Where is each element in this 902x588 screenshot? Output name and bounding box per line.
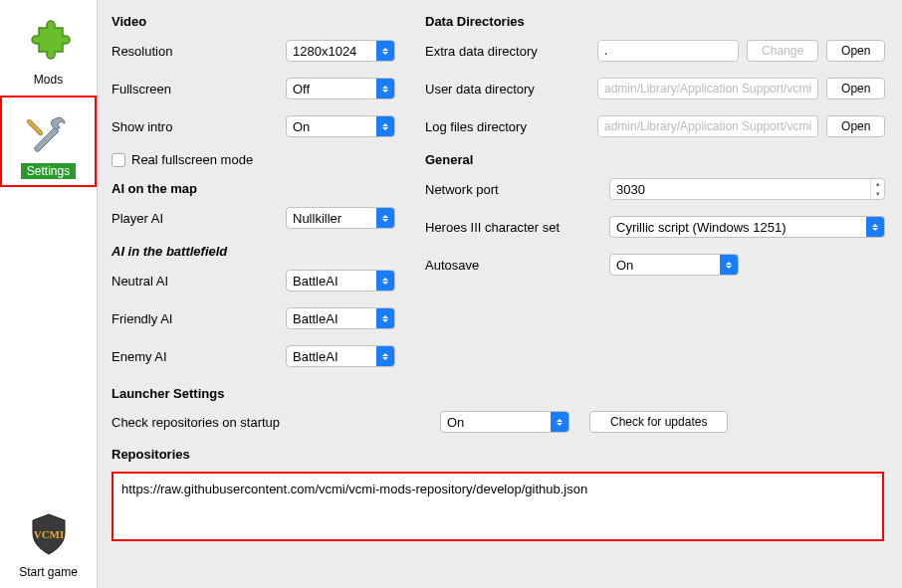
data-dirs-title: Data Directories xyxy=(425,14,885,29)
autosave-select[interactable]: On xyxy=(609,254,739,276)
video-title: Video xyxy=(112,14,395,29)
tools-icon xyxy=(19,105,79,161)
sidebar-item-mods[interactable]: Mods xyxy=(0,4,97,96)
show-intro-select[interactable]: On xyxy=(286,115,395,137)
log-dir-input: admin/Library/Application Support/vcmi xyxy=(597,115,818,137)
resolution-select[interactable]: 1280x1024 xyxy=(286,40,395,62)
chevron-updown-icon xyxy=(376,79,394,98)
open-button-log[interactable]: Open xyxy=(826,115,885,137)
svg-text:VCMI: VCMI xyxy=(33,528,64,540)
ai-battle-title: AI in the battlefield xyxy=(112,244,395,259)
chevron-updown-icon xyxy=(720,255,738,275)
show-intro-label: Show intro xyxy=(112,119,286,134)
chevron-updown-icon xyxy=(376,271,394,291)
chevron-updown-icon xyxy=(551,412,568,432)
main-panel: Video Resolution 1280x1024 Fullscreen Of… xyxy=(98,0,902,588)
sidebar-item-label: Start game xyxy=(13,564,84,580)
extra-dir-label: Extra data directory xyxy=(425,44,589,59)
resolution-label: Resolution xyxy=(112,44,286,59)
network-port-input[interactable]: 3030 ▴ ▾ xyxy=(609,178,885,200)
chevron-updown-icon xyxy=(376,346,394,366)
shield-icon: VCMI xyxy=(19,506,79,562)
open-button-user[interactable]: Open xyxy=(826,78,885,99)
user-dir-input: admin/Library/Application Support/vcmi xyxy=(597,78,818,99)
friendly-ai-select[interactable]: BattleAI xyxy=(286,307,395,329)
chevron-updown-icon xyxy=(376,308,394,328)
open-button-extra[interactable]: Open xyxy=(826,40,885,62)
ai-map-title: AI on the map xyxy=(112,181,395,196)
chevron-updown-icon xyxy=(376,41,394,61)
friendly-ai-label: Friendly AI xyxy=(112,311,286,326)
real-fullscreen-checkbox[interactable] xyxy=(112,153,125,167)
sidebar-item-settings[interactable]: Settings xyxy=(0,96,97,187)
chevron-updown-icon xyxy=(866,217,884,237)
check-repos-label: Check repositories on startup xyxy=(112,415,420,430)
check-repos-select[interactable]: On xyxy=(440,411,569,433)
player-ai-label: Player AI xyxy=(112,211,286,226)
sidebar: Mods Settings VCMI Start game xyxy=(0,0,98,588)
enemy-ai-label: Enemy AI xyxy=(112,349,286,364)
charset-select[interactable]: Cyrillic script (Windows 1251) xyxy=(609,216,885,238)
launcher-title: Launcher Settings xyxy=(112,386,884,401)
network-port-label: Network port xyxy=(425,182,609,197)
neutral-ai-select[interactable]: BattleAI xyxy=(286,270,395,292)
extra-dir-input[interactable]: . xyxy=(597,40,739,62)
repos-title: Repositories xyxy=(112,447,884,462)
chevron-updown-icon xyxy=(376,208,394,228)
chevron-updown-icon xyxy=(376,116,394,136)
change-button: Change xyxy=(747,40,818,62)
chevron-up-icon: ▴ xyxy=(871,179,884,189)
user-dir-label: User data directory xyxy=(425,82,589,97)
enemy-ai-select[interactable]: BattleAI xyxy=(286,345,395,367)
fullscreen-label: Fullscreen xyxy=(112,82,286,97)
port-stepper[interactable]: ▴ ▾ xyxy=(870,179,884,199)
sidebar-item-label: Mods xyxy=(28,72,69,88)
puzzle-icon xyxy=(19,14,79,70)
svg-rect-0 xyxy=(26,119,43,136)
sidebar-item-start-game[interactable]: VCMI Start game xyxy=(0,496,97,588)
general-title: General xyxy=(425,152,885,167)
sidebar-item-label: Settings xyxy=(21,163,76,179)
check-updates-button[interactable]: Check for updates xyxy=(589,411,728,433)
log-dir-label: Log files directory xyxy=(425,119,589,134)
chevron-down-icon: ▾ xyxy=(871,189,884,199)
player-ai-select[interactable]: Nullkiller xyxy=(286,207,395,229)
real-fullscreen-label: Real fullscreen mode xyxy=(131,152,253,167)
neutral-ai-label: Neutral AI xyxy=(112,274,286,289)
autosave-label: Autosave xyxy=(425,258,609,273)
fullscreen-select[interactable]: Off xyxy=(286,78,395,99)
charset-label: Heroes III character set xyxy=(425,220,609,235)
repos-textarea[interactable]: https://raw.githubusercontent.com/vcmi/v… xyxy=(112,472,884,541)
